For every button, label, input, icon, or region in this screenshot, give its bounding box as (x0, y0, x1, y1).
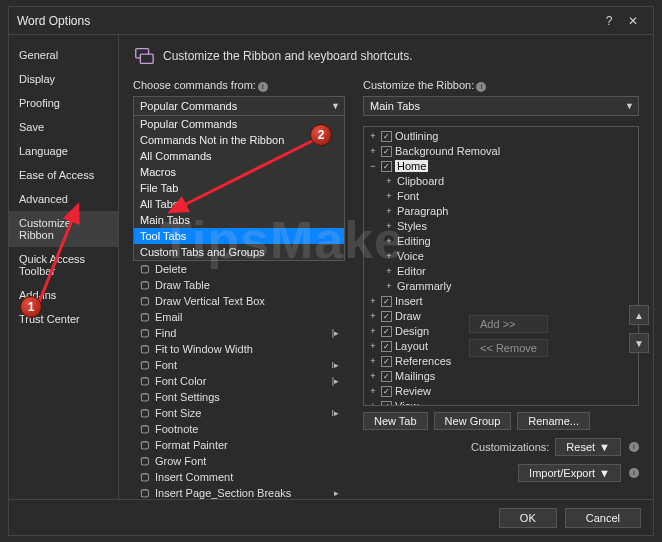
expander-icon[interactable]: + (368, 311, 378, 321)
info-icon[interactable]: i (476, 82, 486, 92)
tree-node[interactable]: +Background Removal (364, 144, 638, 159)
tree-node[interactable]: −Home (364, 159, 638, 174)
command-item[interactable]: ▢Fit to Window Width (133, 341, 345, 357)
command-item[interactable]: ▢Footnote (133, 421, 345, 437)
expander-icon[interactable]: + (368, 296, 378, 306)
expander-icon[interactable]: + (368, 341, 378, 351)
dropdown-option[interactable]: All Commands (134, 148, 344, 164)
new-tab-button[interactable]: New Tab (363, 412, 428, 430)
sidebar-item-ease-of-access[interactable]: Ease of Access (9, 163, 118, 187)
command-item[interactable]: ▢Insert Comment (133, 469, 345, 485)
expander-icon[interactable]: + (384, 176, 394, 186)
expander-icon[interactable]: + (368, 371, 378, 381)
sidebar-item-customize-ribbon[interactable]: Customize Ribbon (9, 211, 118, 247)
checkbox[interactable] (381, 371, 392, 382)
sidebar-item-general[interactable]: General (9, 43, 118, 67)
info-icon[interactable]: i (629, 442, 639, 452)
command-item[interactable]: ▢Find|▸ (133, 325, 345, 341)
add-button[interactable]: Add >> (469, 315, 548, 333)
expander-icon[interactable]: + (368, 326, 378, 336)
close-button[interactable]: ✕ (621, 11, 645, 31)
tree-node[interactable]: +Styles (364, 219, 638, 234)
sidebar-item-quick-access-toolbar[interactable]: Quick Access Toolbar (9, 247, 118, 283)
expander-icon[interactable]: + (368, 131, 378, 141)
checkbox[interactable] (381, 131, 392, 142)
cancel-button[interactable]: Cancel (565, 508, 641, 528)
command-item[interactable]: ▢Format Painter (133, 437, 345, 453)
tree-node[interactable]: +Font (364, 189, 638, 204)
expander-icon[interactable]: + (384, 191, 394, 201)
sidebar-item-language[interactable]: Language (9, 139, 118, 163)
import-export-button[interactable]: Import/Export ▼ (518, 464, 621, 482)
dropdown-option[interactable]: File Tab (134, 180, 344, 196)
command-item[interactable]: ▢FontI▸ (133, 357, 345, 373)
customize-ribbon-combo[interactable]: Main Tabs ▼ (363, 96, 639, 116)
tree-node[interactable]: +Editing (364, 234, 638, 249)
tree-node[interactable]: +Review (364, 384, 638, 399)
remove-button[interactable]: << Remove (469, 339, 548, 357)
dropdown-option[interactable]: Tool Tabs (134, 228, 344, 244)
checkbox[interactable] (381, 311, 392, 322)
tree-node[interactable]: +Editor (364, 264, 638, 279)
sidebar-item-save[interactable]: Save (9, 115, 118, 139)
checkbox[interactable] (381, 326, 392, 337)
command-item[interactable]: ▢Email (133, 309, 345, 325)
expander-icon[interactable]: + (368, 356, 378, 366)
ok-button[interactable]: OK (499, 508, 557, 528)
sidebar-item-display[interactable]: Display (9, 67, 118, 91)
checkbox[interactable] (381, 341, 392, 352)
expander-icon[interactable]: + (384, 221, 394, 231)
dropdown-option[interactable]: All Tabs (134, 196, 344, 212)
find-icon: ▢ (137, 326, 151, 340)
command-item[interactable]: ▢Grow Font (133, 453, 345, 469)
rename-button[interactable]: Rename... (517, 412, 590, 430)
tree-node[interactable]: +Mailings (364, 369, 638, 384)
reset-button[interactable]: Reset ▼ (555, 438, 621, 456)
command-item[interactable]: ▢Insert Page_Section Breaks▸ (133, 485, 345, 500)
dropdown-option[interactable]: Macros (134, 164, 344, 180)
checkbox[interactable] (381, 161, 392, 172)
expander-icon[interactable]: + (368, 401, 378, 406)
expander-icon[interactable]: + (384, 281, 394, 291)
sidebar-item-advanced[interactable]: Advanced (9, 187, 118, 211)
expander-icon[interactable]: + (384, 206, 394, 216)
help-button[interactable]: ? (597, 11, 621, 31)
tree-label: Editor (397, 265, 426, 277)
expander-icon[interactable]: − (368, 161, 378, 171)
expander-icon[interactable]: + (368, 386, 378, 396)
checkbox[interactable] (381, 356, 392, 367)
dropdown-option[interactable]: Main Tabs (134, 212, 344, 228)
command-item[interactable]: ▢Font Settings (133, 389, 345, 405)
checkbox[interactable] (381, 296, 392, 307)
tree-node[interactable]: +Outlining (364, 129, 638, 144)
tree-node[interactable]: +Grammarly (364, 279, 638, 294)
info-icon[interactable]: i (258, 82, 268, 92)
tree-node[interactable]: +View (364, 399, 638, 406)
sidebar-item-proofing[interactable]: Proofing (9, 91, 118, 115)
tree-node[interactable]: +Clipboard (364, 174, 638, 189)
move-down-button[interactable]: ▼ (629, 333, 649, 353)
move-up-button[interactable]: ▲ (629, 305, 649, 325)
expander-icon[interactable]: + (384, 251, 394, 261)
command-item[interactable]: ▢Font SizeI▸ (133, 405, 345, 421)
command-item[interactable]: ▢Delete (133, 261, 345, 277)
choose-commands-combo[interactable]: Popular Commands ▼ (133, 96, 345, 116)
tree-label: Clipboard (397, 175, 444, 187)
tree-node[interactable]: +Insert (364, 294, 638, 309)
command-list[interactable]: ▢Delete▢Draw Table▢Draw Vertical Text Bo… (133, 261, 345, 500)
dropdown-option[interactable]: Custom Tabs and Groups (134, 244, 344, 260)
expander-icon[interactable]: + (384, 266, 394, 276)
tree-node[interactable]: +Paragraph (364, 204, 638, 219)
tree-node[interactable]: +Voice (364, 249, 638, 264)
ribbon-tree[interactable]: +Outlining+Background Removal−Home+Clipb… (363, 126, 639, 406)
expander-icon[interactable]: + (368, 146, 378, 156)
checkbox[interactable] (381, 146, 392, 157)
command-item[interactable]: ▢Draw Vertical Text Box (133, 293, 345, 309)
expander-icon[interactable]: + (384, 236, 394, 246)
new-group-button[interactable]: New Group (434, 412, 512, 430)
checkbox[interactable] (381, 401, 392, 406)
checkbox[interactable] (381, 386, 392, 397)
info-icon[interactable]: i (629, 468, 639, 478)
command-item[interactable]: ▢Font Color|▸ (133, 373, 345, 389)
command-item[interactable]: ▢Draw Table (133, 277, 345, 293)
